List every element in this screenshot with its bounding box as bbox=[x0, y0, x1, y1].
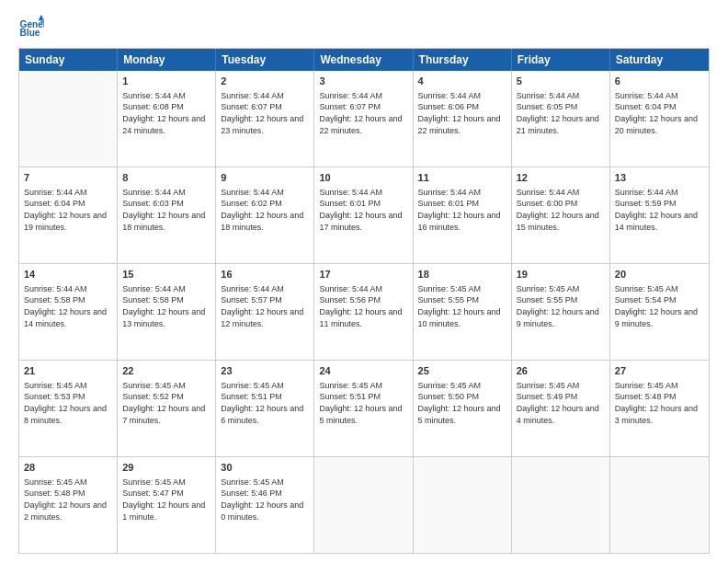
logo: General Blue bbox=[18, 15, 48, 40]
day-info: Sunrise: 5:45 AMSunset: 5:55 PMDaylight:… bbox=[418, 283, 506, 329]
day-info: Sunrise: 5:44 AMSunset: 6:01 PMDaylight:… bbox=[319, 187, 407, 233]
calendar-cell: 9Sunrise: 5:44 AMSunset: 6:02 PMDaylight… bbox=[216, 167, 314, 263]
calendar-cell: 21Sunrise: 5:45 AMSunset: 5:53 PMDayligh… bbox=[19, 361, 118, 456]
day-number: 27 bbox=[615, 364, 704, 378]
day-info: Sunrise: 5:44 AMSunset: 5:58 PMDaylight:… bbox=[24, 283, 112, 329]
day-number: 3 bbox=[319, 75, 407, 88]
day-info: Sunrise: 5:45 AMSunset: 5:49 PMDaylight:… bbox=[517, 380, 605, 426]
calendar-body: 1Sunrise: 5:44 AMSunset: 6:08 PMDaylight… bbox=[19, 71, 709, 553]
calendar-cell: 7Sunrise: 5:44 AMSunset: 6:04 PMDaylight… bbox=[19, 167, 118, 263]
day-number: 14 bbox=[24, 268, 112, 282]
day-info: Sunrise: 5:44 AMSunset: 6:03 PMDaylight:… bbox=[122, 187, 210, 233]
calendar-cell: 16Sunrise: 5:44 AMSunset: 5:57 PMDayligh… bbox=[216, 264, 314, 360]
calendar-cell: 19Sunrise: 5:45 AMSunset: 5:55 PMDayligh… bbox=[512, 264, 610, 360]
day-number: 2 bbox=[221, 75, 309, 88]
day-number: 23 bbox=[221, 364, 309, 378]
calendar-cell: 20Sunrise: 5:45 AMSunset: 5:54 PMDayligh… bbox=[610, 264, 709, 360]
day-info: Sunrise: 5:44 AMSunset: 6:05 PMDaylight:… bbox=[517, 90, 605, 136]
day-info: Sunrise: 5:44 AMSunset: 5:56 PMDaylight:… bbox=[319, 283, 407, 329]
calendar-header: SundayMondayTuesdayWednesdayThursdayFrid… bbox=[19, 49, 709, 71]
day-number: 7 bbox=[24, 171, 112, 185]
calendar-cell: 3Sunrise: 5:44 AMSunset: 6:07 PMDaylight… bbox=[314, 71, 413, 167]
calendar-row-1: 7Sunrise: 5:44 AMSunset: 6:04 PMDaylight… bbox=[19, 167, 709, 263]
day-info: Sunrise: 5:44 AMSunset: 6:02 PMDaylight:… bbox=[221, 187, 309, 233]
day-number: 8 bbox=[122, 171, 210, 185]
day-number: 30 bbox=[221, 461, 309, 475]
calendar-cell: 17Sunrise: 5:44 AMSunset: 5:56 PMDayligh… bbox=[314, 264, 413, 360]
svg-text:Blue: Blue bbox=[20, 28, 40, 38]
calendar-cell bbox=[414, 457, 512, 553]
calendar-cell: 30Sunrise: 5:45 AMSunset: 5:46 PMDayligh… bbox=[216, 457, 314, 553]
calendar-cell: 28Sunrise: 5:45 AMSunset: 5:48 PMDayligh… bbox=[19, 457, 118, 553]
calendar-row-3: 21Sunrise: 5:45 AMSunset: 5:53 PMDayligh… bbox=[19, 360, 709, 456]
calendar-row-0: 1Sunrise: 5:44 AMSunset: 6:08 PMDaylight… bbox=[19, 71, 709, 167]
calendar-cell: 26Sunrise: 5:45 AMSunset: 5:49 PMDayligh… bbox=[512, 361, 610, 456]
day-number: 22 bbox=[122, 364, 210, 378]
calendar-row-4: 28Sunrise: 5:45 AMSunset: 5:48 PMDayligh… bbox=[19, 456, 709, 553]
header-day-thursday: Thursday bbox=[414, 49, 512, 71]
page-header: General Blue bbox=[18, 15, 710, 40]
calendar-cell: 14Sunrise: 5:44 AMSunset: 5:58 PMDayligh… bbox=[19, 264, 118, 360]
header-day-saturday: Saturday bbox=[610, 49, 709, 71]
day-info: Sunrise: 5:45 AMSunset: 5:48 PMDaylight:… bbox=[615, 380, 704, 426]
calendar-cell: 25Sunrise: 5:45 AMSunset: 5:50 PMDayligh… bbox=[414, 361, 512, 456]
day-number: 12 bbox=[517, 171, 605, 185]
calendar-cell: 23Sunrise: 5:45 AMSunset: 5:51 PMDayligh… bbox=[216, 361, 314, 456]
day-info: Sunrise: 5:44 AMSunset: 5:58 PMDaylight:… bbox=[122, 283, 210, 329]
day-number: 1 bbox=[122, 75, 210, 88]
day-number: 24 bbox=[319, 364, 407, 378]
calendar-cell: 4Sunrise: 5:44 AMSunset: 6:06 PMDaylight… bbox=[414, 71, 512, 167]
calendar-cell: 5Sunrise: 5:44 AMSunset: 6:05 PMDaylight… bbox=[512, 71, 610, 167]
day-info: Sunrise: 5:44 AMSunset: 6:04 PMDaylight:… bbox=[24, 187, 112, 233]
day-info: Sunrise: 5:44 AMSunset: 5:59 PMDaylight:… bbox=[615, 187, 704, 233]
header-day-tuesday: Tuesday bbox=[216, 49, 314, 71]
calendar-cell: 22Sunrise: 5:45 AMSunset: 5:52 PMDayligh… bbox=[118, 361, 216, 456]
calendar-cell: 11Sunrise: 5:44 AMSunset: 6:01 PMDayligh… bbox=[414, 167, 512, 263]
day-info: Sunrise: 5:44 AMSunset: 5:57 PMDaylight:… bbox=[221, 283, 309, 329]
day-number: 21 bbox=[24, 364, 112, 378]
day-info: Sunrise: 5:45 AMSunset: 5:53 PMDaylight:… bbox=[24, 380, 112, 426]
calendar-cell: 1Sunrise: 5:44 AMSunset: 6:08 PMDaylight… bbox=[118, 71, 216, 167]
day-number: 5 bbox=[517, 75, 605, 88]
day-number: 26 bbox=[517, 364, 605, 378]
calendar-cell: 8Sunrise: 5:44 AMSunset: 6:03 PMDaylight… bbox=[118, 167, 216, 263]
day-number: 10 bbox=[319, 171, 407, 185]
day-info: Sunrise: 5:44 AMSunset: 6:08 PMDaylight:… bbox=[122, 90, 210, 136]
day-info: Sunrise: 5:45 AMSunset: 5:51 PMDaylight:… bbox=[221, 380, 309, 426]
day-number: 29 bbox=[122, 461, 210, 475]
day-number: 4 bbox=[418, 75, 506, 88]
calendar-cell bbox=[314, 457, 413, 553]
calendar-cell: 29Sunrise: 5:45 AMSunset: 5:47 PMDayligh… bbox=[118, 457, 216, 553]
day-number: 6 bbox=[615, 75, 704, 88]
day-info: Sunrise: 5:44 AMSunset: 6:06 PMDaylight:… bbox=[418, 90, 506, 136]
day-info: Sunrise: 5:44 AMSunset: 6:07 PMDaylight:… bbox=[319, 90, 407, 136]
header-day-friday: Friday bbox=[512, 49, 610, 71]
calendar-cell: 27Sunrise: 5:45 AMSunset: 5:48 PMDayligh… bbox=[610, 361, 709, 456]
day-info: Sunrise: 5:44 AMSunset: 6:00 PMDaylight:… bbox=[517, 187, 605, 233]
calendar-cell: 18Sunrise: 5:45 AMSunset: 5:55 PMDayligh… bbox=[414, 264, 512, 360]
day-number: 18 bbox=[418, 268, 506, 282]
day-info: Sunrise: 5:45 AMSunset: 5:52 PMDaylight:… bbox=[122, 380, 210, 426]
calendar-cell bbox=[19, 71, 118, 167]
calendar: SundayMondayTuesdayWednesdayThursdayFrid… bbox=[18, 48, 710, 554]
day-info: Sunrise: 5:44 AMSunset: 6:01 PMDaylight:… bbox=[418, 187, 506, 233]
calendar-cell: 6Sunrise: 5:44 AMSunset: 6:04 PMDaylight… bbox=[610, 71, 709, 167]
day-number: 20 bbox=[615, 268, 704, 282]
header-day-monday: Monday bbox=[118, 49, 216, 71]
day-info: Sunrise: 5:45 AMSunset: 5:46 PMDaylight:… bbox=[221, 477, 309, 523]
calendar-cell bbox=[610, 457, 709, 553]
day-number: 16 bbox=[221, 268, 309, 282]
day-number: 17 bbox=[319, 268, 407, 282]
day-number: 28 bbox=[24, 461, 112, 475]
header-day-sunday: Sunday bbox=[19, 49, 118, 71]
day-number: 13 bbox=[615, 171, 704, 185]
calendar-cell bbox=[512, 457, 610, 553]
calendar-row-2: 14Sunrise: 5:44 AMSunset: 5:58 PMDayligh… bbox=[19, 263, 709, 360]
day-number: 25 bbox=[418, 364, 506, 378]
logo-icon: General Blue bbox=[18, 15, 44, 40]
day-info: Sunrise: 5:45 AMSunset: 5:48 PMDaylight:… bbox=[24, 477, 112, 523]
calendar-cell: 15Sunrise: 5:44 AMSunset: 5:58 PMDayligh… bbox=[118, 264, 216, 360]
day-number: 15 bbox=[122, 268, 210, 282]
header-day-wednesday: Wednesday bbox=[314, 49, 413, 71]
calendar-cell: 2Sunrise: 5:44 AMSunset: 6:07 PMDaylight… bbox=[216, 71, 314, 167]
